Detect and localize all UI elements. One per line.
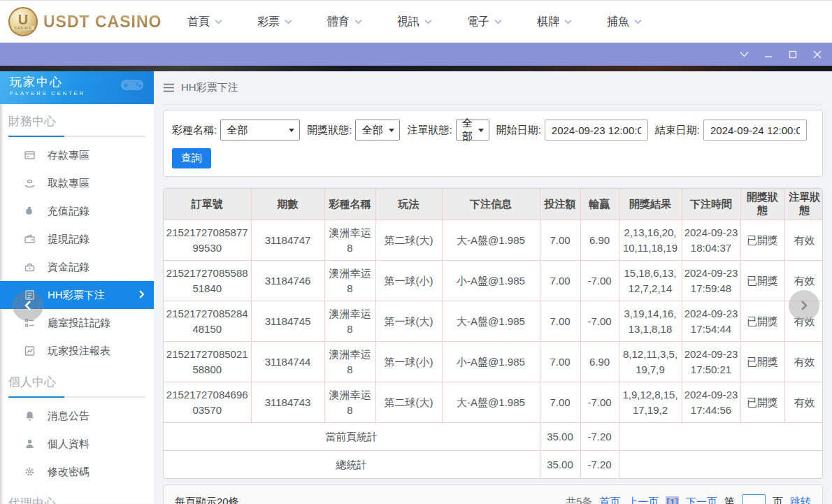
select-arrow-icon [289, 129, 294, 132]
sidebar-item-label: 修改密碼 [48, 466, 89, 479]
nav-item-video[interactable]: 視訊 [397, 15, 432, 29]
lottery-name-label: 彩種名稱: [172, 124, 217, 137]
col-winloss: 輸贏 [580, 189, 619, 220]
next-page-link[interactable]: 下一页 [686, 496, 717, 504]
end-date-input[interactable] [703, 120, 807, 141]
chevron-right-icon [139, 290, 144, 298]
nav-item-lottery[interactable]: 彩票 [257, 15, 292, 29]
sidebar-item-withdraw[interactable]: 取款專區 [0, 169, 154, 197]
nav-label: 棋牌 [537, 15, 559, 29]
total-summary-row: 總統計 35.00 -7.20 [164, 451, 823, 479]
bell-icon [24, 410, 36, 422]
lottery-name-select[interactable]: 全部 [220, 120, 300, 141]
col-lottery-name: 彩種名稱 [324, 189, 375, 220]
sidebar-item-label: 提現記錄 [48, 233, 89, 246]
first-page-link[interactable]: 首页 [599, 496, 620, 504]
pagination-bar: 每頁顯示20條 共5条 首页 上一页 [1] 下一页 第 页 跳转 [163, 484, 823, 504]
nav-label: 體育 [327, 15, 350, 29]
nav-label: 捕魚 [607, 15, 629, 29]
window-maximize-icon[interactable] [785, 47, 801, 62]
start-date-label: 開始日期: [496, 124, 541, 137]
nav-item-home[interactable]: 首頁 [187, 15, 222, 29]
sidebar-item-label: 廳室投註記錄 [48, 317, 110, 330]
start-date-input[interactable] [545, 120, 648, 141]
sidebar-item-label: HH彩票下注 [48, 289, 105, 302]
nav-item-slots[interactable]: 電子 [467, 15, 502, 29]
deposit-card-icon [24, 150, 36, 161]
draw-status-label: 開獎狀態: [307, 124, 352, 137]
breadcrumb: HH彩票下注 [163, 71, 823, 105]
collapse-sidebar-button[interactable] [13, 290, 43, 321]
site-header: U CASINO USDT CASINO 首頁 彩票 體育 視訊 [0, 1, 832, 43]
table-row: 2152172708469603570 31184743 澳洲幸运8 第二球(大… [164, 382, 823, 423]
brand-logo[interactable]: U CASINO USDT CASINO [8, 7, 183, 36]
logo-ribbon: CASINO [12, 26, 34, 30]
chevron-down-icon [564, 20, 572, 24]
chevron-left-icon [24, 300, 31, 311]
window-close-icon[interactable] [810, 47, 825, 62]
sidebar-item-profile[interactable]: 個人資料 [0, 430, 154, 458]
sidebar-item-recharge-record[interactable]: 充值記錄 [0, 197, 154, 225]
col-bet-amount: 投注額 [540, 189, 580, 220]
page-summary-label: 當前頁統計 [164, 423, 540, 451]
hand-coins-icon [24, 178, 36, 189]
person-icon [24, 438, 36, 449]
chevron-down-icon [215, 20, 222, 24]
current-page-indicator: [1] [666, 496, 679, 504]
chevron-down-icon [494, 20, 502, 24]
filter-panel: 彩種名稱: 全部 開獎狀態: 全部 注單狀態: 全部 開始 [163, 110, 823, 177]
section-divider [8, 136, 145, 137]
nav-item-sports[interactable]: 體育 [327, 15, 362, 29]
col-order-no: 訂單號 [164, 189, 251, 220]
sidebar-item-label: 資金記錄 [48, 261, 89, 274]
sidebar-item-label: 存款專區 [48, 149, 89, 162]
jump-suffix-label: 页 [773, 496, 783, 504]
gear-icon [24, 466, 36, 477]
pagination-controls: 共5条 首页 上一页 [1] 下一页 第 页 跳转 [566, 494, 811, 504]
nav-item-cards[interactable]: 棋牌 [537, 15, 572, 29]
prev-page-link[interactable]: 上一页 [627, 496, 659, 504]
sidebar-item-change-password[interactable]: 修改密碼 [0, 458, 154, 486]
total-count: 共5条 [566, 496, 592, 504]
lottery-name-value: 全部 [227, 124, 248, 137]
select-arrow-icon [389, 129, 394, 132]
sidebar-item-player-bet-report[interactable]: 玩家投注報表 [0, 337, 154, 365]
order-status-select[interactable]: 全部 [456, 120, 489, 141]
sidebar: 玩家中心 PLAYERS CENTER 財務中心 存款專區 取款專區 [0, 71, 154, 504]
logo-emblem-icon: U CASINO [8, 7, 38, 36]
page-summary-winloss: -7.20 [580, 423, 619, 451]
section-divider [8, 396, 145, 398]
order-status-label: 注單狀態: [407, 124, 452, 137]
col-order-status: 注單狀態 [784, 189, 823, 220]
order-status-value: 全部 [462, 117, 473, 143]
window-dropdown-icon[interactable] [736, 47, 752, 62]
jump-button[interactable]: 跳转 [790, 496, 811, 504]
logo-monogram: U [18, 13, 28, 26]
sidebar-item-label: 取款專區 [48, 177, 89, 190]
sidebar-item-deposit[interactable]: 存款專區 [0, 141, 154, 169]
page-jump-input[interactable] [742, 494, 766, 504]
total-summary-amount: 35.00 [540, 451, 580, 479]
draw-status-select[interactable]: 全部 [355, 120, 400, 141]
total-summary-empty [619, 451, 823, 479]
draw-status-value: 全部 [361, 124, 382, 137]
window-minimize-icon[interactable] [761, 47, 776, 62]
table-row: 2152172708502158800 31184744 澳洲幸运8 第一球(小… [164, 342, 823, 382]
nav-item-fishing[interactable]: 捕魚 [607, 15, 642, 29]
table-row: 2152172708587799530 31184747 澳洲幸运8 第二球(大… [164, 220, 823, 261]
query-button[interactable]: 查詢 [172, 148, 211, 168]
jump-prefix-label: 第 [724, 496, 735, 504]
scroll-right-button[interactable] [789, 290, 819, 321]
sidebar-item-label: 個人資料 [48, 438, 89, 451]
sidebar-item-withdrawal-record[interactable]: 提現記錄 [0, 225, 154, 253]
col-period: 期數 [251, 189, 324, 220]
chevron-down-icon [634, 20, 642, 24]
table-row: 2152172708558851840 31184746 澳洲幸运8 第一球(小… [164, 261, 823, 301]
col-draw-status: 開獎狀態 [740, 189, 784, 220]
wallet-icon [24, 233, 36, 245]
hamburger-menu-icon[interactable] [163, 83, 175, 92]
sidebar-item-funds-record[interactable]: 資金記錄 [0, 253, 154, 281]
logo-text: USDT CASINO [43, 13, 162, 31]
sidebar-item-announcements[interactable]: 消息公告 [0, 402, 154, 430]
col-bet-info: 下注信息 [442, 189, 540, 220]
